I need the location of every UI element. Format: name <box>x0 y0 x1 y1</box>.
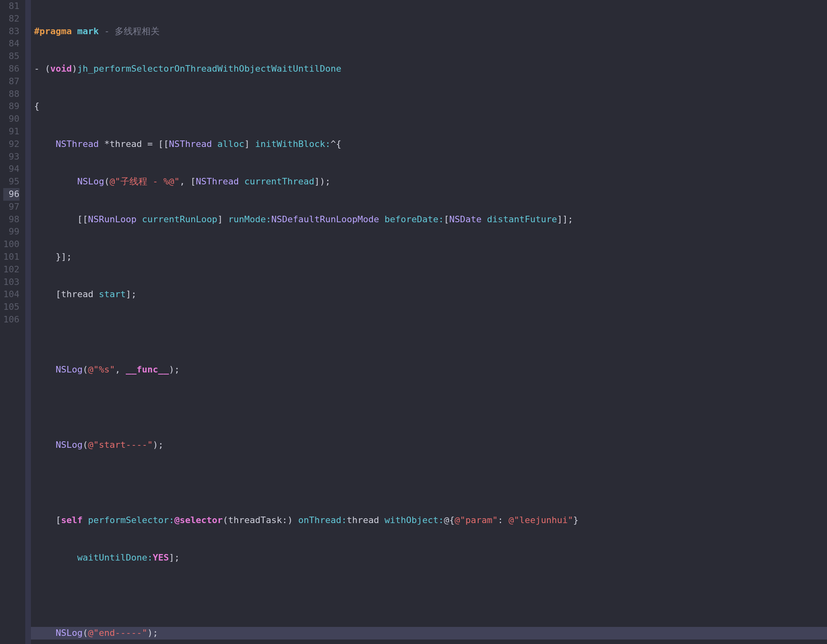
code-line: [thread start]; <box>34 288 827 301</box>
line-number[interactable]: 83 <box>3 25 20 38</box>
code-line: NSThread *thread = [[NSThread alloc] ini… <box>34 138 827 151</box>
line-number[interactable]: 84 <box>3 37 20 50</box>
line-number[interactable]: 92 <box>3 138 20 151</box>
code-line: NSLog(@"%s", __func__); <box>34 364 827 376</box>
code-editor[interactable]: 8182838485868788899091929394959697989910… <box>0 0 827 644</box>
line-number[interactable]: 95 <box>3 175 20 188</box>
code-line <box>34 476 827 489</box>
line-number[interactable]: 101 <box>3 251 20 263</box>
line-number[interactable]: 86 <box>3 63 20 75</box>
code-line-current: NSLog(@"end-----"); <box>31 627 827 640</box>
line-number[interactable]: 103 <box>3 276 20 289</box>
code-line <box>34 589 827 602</box>
code-area[interactable]: #pragma mark - 多线程相关 - (void)jh_performS… <box>31 0 827 644</box>
line-number[interactable]: 97 <box>3 201 20 213</box>
line-number[interactable]: 105 <box>3 301 20 313</box>
line-number[interactable]: 88 <box>3 88 20 101</box>
line-number[interactable]: 89 <box>3 100 20 113</box>
line-number[interactable]: 81 <box>3 0 20 13</box>
line-number[interactable]: 102 <box>3 263 20 276</box>
code-line: NSLog(@"start----"); <box>34 439 827 451</box>
line-number[interactable]: 90 <box>3 113 20 125</box>
line-number[interactable]: 82 <box>3 13 20 25</box>
code-line: { <box>34 100 827 113</box>
code-line: waitUntilDone:YES]; <box>34 552 827 564</box>
fold-strip <box>25 0 31 644</box>
line-number[interactable]: 106 <box>3 313 20 326</box>
code-line: #pragma mark - 多线程相关 <box>34 25 827 38</box>
line-number[interactable]: 94 <box>3 163 20 175</box>
line-number[interactable]: 98 <box>3 213 20 226</box>
line-number[interactable]: 85 <box>3 50 20 63</box>
code-line: [self performSelector:@selector(threadTa… <box>34 514 827 527</box>
code-line <box>34 326 827 339</box>
code-line <box>34 401 827 414</box>
line-number[interactable]: 93 <box>3 151 20 163</box>
line-number[interactable]: 91 <box>3 125 20 138</box>
line-number[interactable]: 100 <box>3 238 20 251</box>
line-number[interactable]: 104 <box>3 288 20 301</box>
line-number[interactable]: 87 <box>3 75 20 88</box>
line-number[interactable]: 96 <box>3 188 20 201</box>
code-line: }]; <box>34 251 827 263</box>
line-number[interactable]: 99 <box>3 226 20 238</box>
line-number-gutter: 8182838485868788899091929394959697989910… <box>0 0 25 644</box>
code-line: [[NSRunLoop currentRunLoop] runMode:NSDe… <box>34 213 827 226</box>
code-line: NSLog(@"子线程 - %@", [NSThread currentThre… <box>34 175 827 188</box>
code-line: - (void)jh_performSelectorOnThreadWithOb… <box>34 63 827 75</box>
